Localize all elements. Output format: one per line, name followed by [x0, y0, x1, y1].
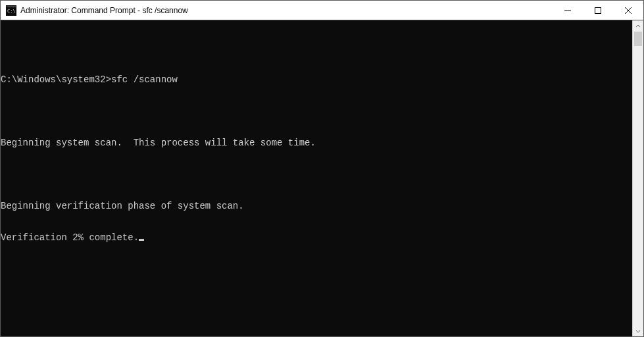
- client-area: C:\Windows\system32>sfc /scannow Beginni…: [1, 20, 643, 336]
- terminal-line: [1, 169, 632, 180]
- maximize-icon: [595, 7, 601, 14]
- terminal-line: [1, 43, 632, 53]
- terminal-line: Verification 2% complete.: [1, 232, 632, 243]
- scroll-up-button[interactable]: [633, 20, 643, 32]
- svg-rect-4: [595, 7, 601, 13]
- cmd-window: C:\ Administrator: Command Prompt - sfc …: [0, 0, 644, 337]
- titlebar[interactable]: C:\ Administrator: Command Prompt - sfc …: [1, 1, 643, 20]
- cursor: [139, 239, 144, 241]
- terminal-line: Beginning system scan. This process will…: [1, 138, 632, 148]
- chevron-up-icon: [635, 24, 641, 29]
- terminal-line: C:\Windows\system32>sfc /scannow: [1, 74, 632, 85]
- svg-rect-1: [7, 7, 16, 7]
- terminal-output[interactable]: C:\Windows\system32>sfc /scannow Beginni…: [1, 20, 632, 336]
- terminal-text: Verification 2% complete.: [1, 232, 139, 243]
- scroll-track[interactable]: [633, 32, 643, 325]
- minimize-button[interactable]: [553, 1, 583, 20]
- terminal-line: Beginning verification phase of system s…: [1, 201, 632, 211]
- chevron-down-icon: [635, 328, 641, 334]
- scroll-down-button[interactable]: [633, 325, 643, 336]
- svg-text:C:\: C:\: [7, 9, 16, 14]
- scroll-thumb[interactable]: [634, 32, 642, 46]
- close-button[interactable]: [613, 1, 643, 20]
- cmd-icon: C:\: [6, 5, 16, 16]
- window-title: Administrator: Command Prompt - sfc /sca…: [20, 6, 553, 15]
- minimize-icon: [564, 7, 571, 14]
- maximize-button[interactable]: [583, 1, 613, 20]
- window-controls: [553, 1, 643, 20]
- terminal-line: [1, 106, 632, 117]
- close-icon: [625, 7, 632, 14]
- vertical-scrollbar[interactable]: [632, 20, 643, 336]
